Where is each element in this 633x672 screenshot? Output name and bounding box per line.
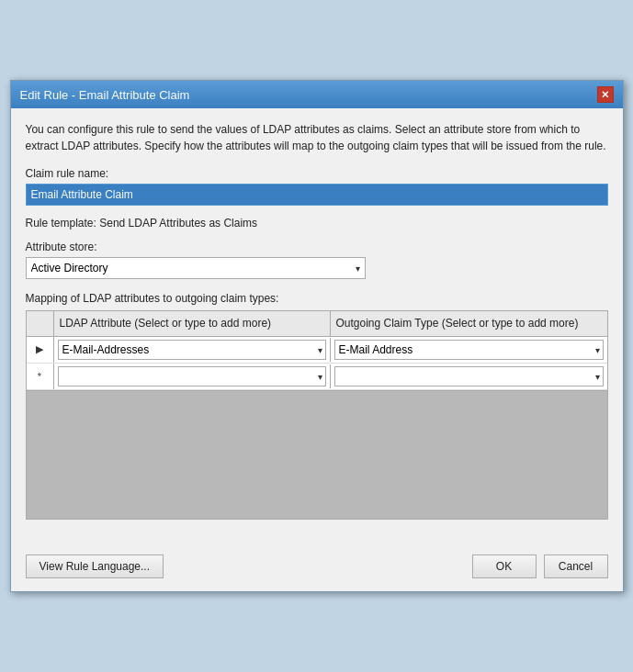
ldap-attribute-wrapper-1: E-Mail-Addresses [58, 340, 326, 360]
attribute-store-wrapper: Active Directory ▾ [26, 257, 366, 279]
cancel-button[interactable]: Cancel [544, 554, 608, 578]
outgoing-claim-select-2[interactable] [334, 366, 604, 386]
ldap-attribute-select-2[interactable] [58, 366, 326, 386]
attribute-store-select[interactable]: Active Directory [26, 257, 366, 279]
edit-rule-dialog: Edit Rule - Email Attribute Claim ✕ You … [10, 80, 624, 592]
outgoing-claim-cell-1: E-Mail Address [331, 338, 607, 362]
ldap-attribute-cell-1: E-Mail-Addresses [54, 338, 331, 362]
ok-button[interactable]: OK [472, 554, 537, 578]
table-row: ▶ E-Mail-Addresses E-Mail Address [27, 337, 607, 364]
row-indicator-1: ▶ [27, 337, 54, 363]
claim-rule-name-label: Claim rule name: [26, 167, 608, 180]
mapping-label: Mapping of LDAP attributes to outgoing c… [26, 292, 608, 305]
dialog-body: You can configure this rule to send the … [11, 108, 623, 545]
outgoing-claim-wrapper-2 [334, 366, 604, 386]
outgoing-claim-select-1[interactable]: E-Mail Address [334, 340, 604, 360]
description-text: You can configure this rule to send the … [26, 121, 608, 154]
row-indicator-2: * [27, 364, 54, 389]
table-row: * [27, 364, 607, 390]
ldap-attribute-cell-2 [54, 364, 331, 388]
claim-rule-name-input[interactable] [26, 184, 608, 206]
rule-template-text: Rule template: Send LDAP Attributes as C… [26, 217, 608, 230]
ldap-attribute-select-1[interactable]: E-Mail-Addresses [58, 340, 326, 360]
table-empty-area [27, 390, 607, 519]
dialog-footer: View Rule Language... OK Cancel [11, 545, 623, 591]
mapping-table: LDAP Attribute (Select or type to add mo… [26, 310, 608, 520]
ldap-attribute-wrapper-2 [58, 366, 326, 386]
view-rule-button[interactable]: View Rule Language... [26, 554, 164, 578]
table-header: LDAP Attribute (Select or type to add mo… [27, 311, 607, 337]
table-header-claim: Outgoing Claim Type (Select or type to a… [331, 311, 607, 336]
outgoing-claim-wrapper-1: E-Mail Address [334, 340, 604, 360]
table-header-ldap: LDAP Attribute (Select or type to add mo… [54, 311, 331, 336]
attribute-store-label: Attribute store: [26, 241, 608, 253]
outgoing-claim-cell-2 [331, 364, 607, 388]
table-header-indicator [27, 311, 54, 336]
title-bar: Edit Rule - Email Attribute Claim ✕ [11, 81, 623, 108]
footer-right-buttons: OK Cancel [472, 554, 608, 578]
close-button[interactable]: ✕ [597, 86, 614, 103]
dialog-title: Edit Rule - Email Attribute Claim [20, 88, 190, 102]
